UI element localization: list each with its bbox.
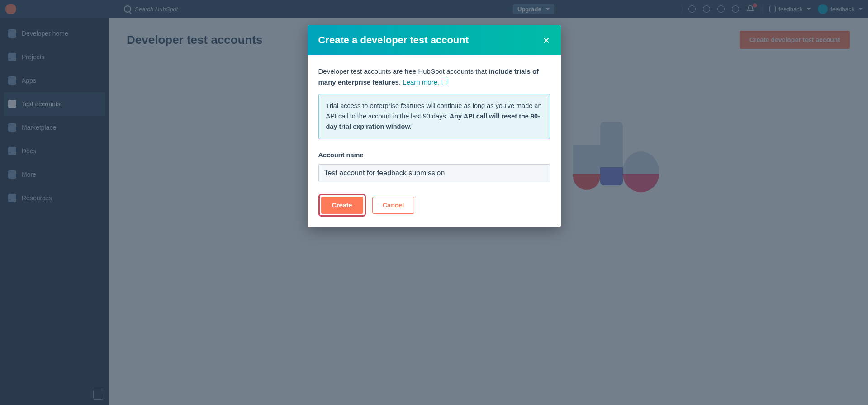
info-box: Trial access to enterprise features will… <box>318 94 550 139</box>
learn-more-link[interactable]: Learn more. <box>403 78 447 86</box>
external-link-icon <box>442 80 447 85</box>
modal-title: Create a developer test account <box>318 34 469 46</box>
modal-intro: Developer test accounts are free HubSpot… <box>318 66 550 88</box>
tutorial-highlight: Create <box>318 194 366 217</box>
account-name-label: Account name <box>318 150 550 160</box>
account-name-input[interactable] <box>318 164 550 182</box>
create-test-account-modal: Create a developer test account × Develo… <box>308 25 561 227</box>
create-button[interactable]: Create <box>321 197 363 214</box>
close-icon[interactable]: × <box>543 34 550 46</box>
cancel-button[interactable]: Cancel <box>372 197 415 214</box>
modal-header: Create a developer test account × <box>308 25 561 55</box>
